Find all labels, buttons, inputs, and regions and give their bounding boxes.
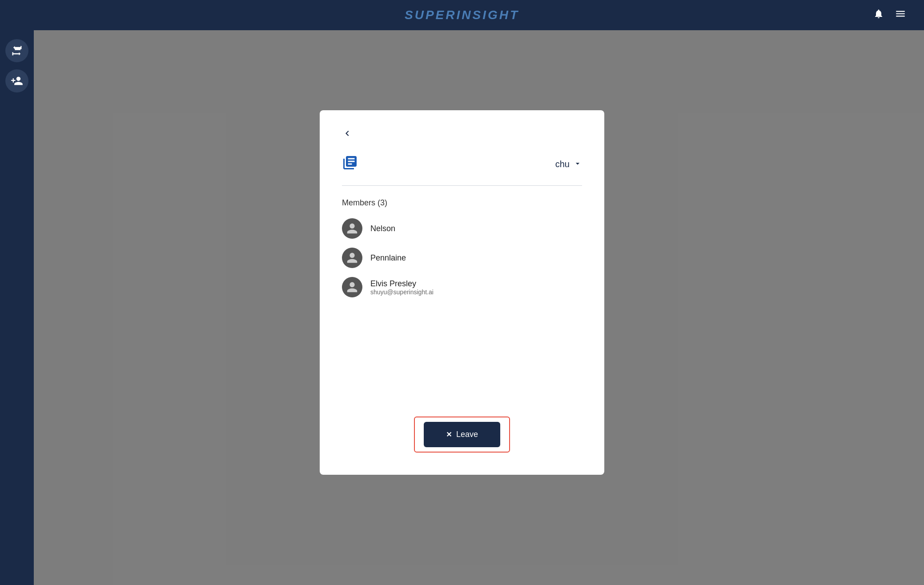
member-info: Pennlaine xyxy=(370,253,406,263)
sidebar xyxy=(0,30,34,585)
modal-footer: ✕ Leave xyxy=(342,417,582,453)
list-item: Nelson xyxy=(342,218,582,239)
member-info: Nelson xyxy=(370,224,395,233)
back-button[interactable] xyxy=(342,128,353,141)
member-name: Nelson xyxy=(370,224,395,233)
modal: chu Members (3) Nelson xyxy=(320,110,604,475)
sidebar-btn-switch[interactable] xyxy=(5,39,28,62)
app-logo: SUPERINSIGHT xyxy=(405,8,519,22)
leave-btn-highlight: ✕ Leave xyxy=(414,417,510,453)
sidebar-btn-add-user[interactable] xyxy=(5,69,28,92)
leave-btn-label: Leave xyxy=(456,430,478,439)
list-item: Pennlaine xyxy=(342,248,582,268)
modal-header: chu xyxy=(342,155,582,174)
avatar xyxy=(342,218,362,239)
leave-button[interactable]: ✕ Leave xyxy=(424,422,500,447)
notification-icon[interactable] xyxy=(873,8,884,22)
member-name: Pennlaine xyxy=(370,253,406,263)
topbar-right-icons xyxy=(873,8,906,22)
avatar xyxy=(342,248,362,268)
organization-icon xyxy=(342,155,358,174)
x-icon: ✕ xyxy=(446,430,452,439)
member-name: Elvis Presley xyxy=(370,279,434,288)
org-selector-value: chu xyxy=(555,159,570,169)
chevron-down-icon xyxy=(573,159,582,170)
modal-divider xyxy=(342,185,582,186)
menu-icon[interactable] xyxy=(895,8,906,22)
avatar xyxy=(342,277,362,297)
list-item: Elvis Presley shuyu@superinsight.ai xyxy=(342,277,582,297)
member-info: Elvis Presley shuyu@superinsight.ai xyxy=(370,279,434,296)
members-title: Members (3) xyxy=(342,198,582,208)
topbar: SUPERINSIGHT xyxy=(0,0,924,30)
org-selector[interactable]: chu xyxy=(555,159,582,170)
member-list: Nelson Pennlaine Elvis Presley xyxy=(342,218,582,390)
member-email: shuyu@superinsight.ai xyxy=(370,288,434,296)
